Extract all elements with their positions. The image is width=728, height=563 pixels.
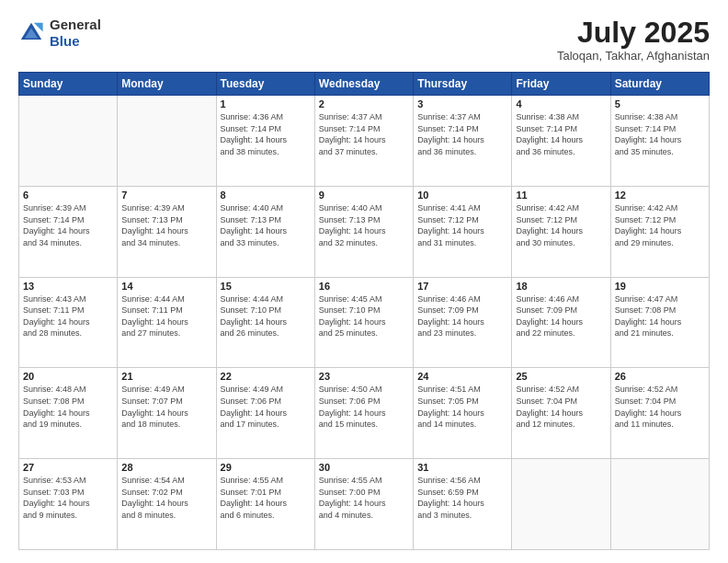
day-number: 29 (221, 462, 311, 473)
day-info: Sunrise: 4:51 AM Sunset: 7:05 PM Dayligh… (417, 384, 507, 430)
month-title: July 2025 (557, 17, 710, 49)
day-number: 11 (516, 190, 606, 201)
day-info: Sunrise: 4:36 AM Sunset: 7:14 PM Dayligh… (221, 111, 311, 157)
calendar-cell: 23Sunrise: 4:50 AM Sunset: 7:06 PM Dayli… (314, 368, 413, 459)
day-info: Sunrise: 4:46 AM Sunset: 7:09 PM Dayligh… (516, 293, 606, 339)
day-number: 21 (121, 371, 211, 382)
day-info: Sunrise: 4:53 AM Sunset: 7:03 PM Dayligh… (23, 475, 113, 521)
calendar-cell: 10Sunrise: 4:41 AM Sunset: 7:12 PM Dayli… (414, 186, 512, 277)
day-number: 26 (615, 371, 705, 382)
day-number: 23 (319, 371, 409, 382)
weekday-header: Saturday (610, 73, 709, 96)
day-number: 25 (516, 371, 606, 382)
day-info: Sunrise: 4:56 AM Sunset: 6:59 PM Dayligh… (417, 475, 507, 521)
day-number: 18 (516, 281, 606, 292)
day-number: 14 (121, 281, 211, 292)
calendar-week-row: 13Sunrise: 4:43 AM Sunset: 7:11 PM Dayli… (19, 277, 710, 368)
day-info: Sunrise: 4:40 AM Sunset: 7:13 PM Dayligh… (221, 202, 311, 248)
calendar-week-row: 6Sunrise: 4:39 AM Sunset: 7:14 PM Daylig… (19, 186, 710, 277)
day-info: Sunrise: 4:49 AM Sunset: 7:07 PM Dayligh… (121, 384, 211, 430)
day-number: 12 (615, 190, 705, 201)
calendar-table: SundayMondayTuesdayWednesdayThursdayFrid… (18, 72, 710, 550)
day-number: 4 (516, 98, 606, 109)
logo-icon (18, 20, 44, 46)
weekday-header: Tuesday (216, 73, 314, 96)
calendar-cell: 9Sunrise: 4:40 AM Sunset: 7:13 PM Daylig… (314, 186, 413, 277)
logo-text: General Blue (50, 17, 101, 50)
day-info: Sunrise: 4:44 AM Sunset: 7:11 PM Dayligh… (121, 293, 211, 339)
calendar-cell: 16Sunrise: 4:45 AM Sunset: 7:10 PM Dayli… (314, 277, 413, 368)
weekday-header-row: SundayMondayTuesdayWednesdayThursdayFrid… (19, 73, 710, 96)
calendar-cell: 31Sunrise: 4:56 AM Sunset: 6:59 PM Dayli… (414, 459, 512, 550)
day-number: 8 (221, 190, 311, 201)
day-number: 17 (417, 281, 507, 292)
calendar-week-row: 1Sunrise: 4:36 AM Sunset: 7:14 PM Daylig… (19, 96, 710, 187)
day-info: Sunrise: 4:41 AM Sunset: 7:12 PM Dayligh… (417, 202, 507, 248)
day-info: Sunrise: 4:39 AM Sunset: 7:13 PM Dayligh… (121, 202, 211, 248)
day-info: Sunrise: 4:45 AM Sunset: 7:10 PM Dayligh… (319, 293, 409, 339)
day-info: Sunrise: 4:40 AM Sunset: 7:13 PM Dayligh… (319, 202, 409, 248)
day-info: Sunrise: 4:46 AM Sunset: 7:09 PM Dayligh… (417, 293, 507, 339)
day-info: Sunrise: 4:38 AM Sunset: 7:14 PM Dayligh… (516, 111, 606, 157)
calendar-cell: 26Sunrise: 4:52 AM Sunset: 7:04 PM Dayli… (610, 368, 709, 459)
day-info: Sunrise: 4:52 AM Sunset: 7:04 PM Dayligh… (516, 384, 606, 430)
day-info: Sunrise: 4:54 AM Sunset: 7:02 PM Dayligh… (121, 475, 211, 521)
calendar-cell: 18Sunrise: 4:46 AM Sunset: 7:09 PM Dayli… (512, 277, 610, 368)
calendar-cell: 11Sunrise: 4:42 AM Sunset: 7:12 PM Dayli… (512, 186, 610, 277)
weekday-header: Friday (512, 73, 610, 96)
day-info: Sunrise: 4:44 AM Sunset: 7:10 PM Dayligh… (221, 293, 311, 339)
calendar-cell: 27Sunrise: 4:53 AM Sunset: 7:03 PM Dayli… (19, 459, 118, 550)
day-info: Sunrise: 4:42 AM Sunset: 7:12 PM Dayligh… (516, 202, 606, 248)
day-info: Sunrise: 4:37 AM Sunset: 7:14 PM Dayligh… (417, 111, 507, 157)
day-number: 3 (417, 98, 507, 109)
logo-blue: Blue (50, 33, 80, 49)
calendar-cell: 14Sunrise: 4:44 AM Sunset: 7:11 PM Dayli… (118, 277, 216, 368)
calendar-cell: 25Sunrise: 4:52 AM Sunset: 7:04 PM Dayli… (512, 368, 610, 459)
calendar-cell: 7Sunrise: 4:39 AM Sunset: 7:13 PM Daylig… (118, 186, 216, 277)
day-number: 28 (121, 462, 211, 473)
day-number: 2 (319, 98, 409, 109)
calendar-cell: 1Sunrise: 4:36 AM Sunset: 7:14 PM Daylig… (216, 96, 314, 187)
calendar-cell: 3Sunrise: 4:37 AM Sunset: 7:14 PM Daylig… (414, 96, 512, 187)
calendar-cell: 5Sunrise: 4:38 AM Sunset: 7:14 PM Daylig… (610, 96, 709, 187)
day-info: Sunrise: 4:55 AM Sunset: 7:00 PM Dayligh… (319, 475, 409, 521)
day-info: Sunrise: 4:42 AM Sunset: 7:12 PM Dayligh… (615, 202, 705, 248)
calendar-cell: 13Sunrise: 4:43 AM Sunset: 7:11 PM Dayli… (19, 277, 118, 368)
weekday-header: Wednesday (314, 73, 413, 96)
calendar-cell: 12Sunrise: 4:42 AM Sunset: 7:12 PM Dayli… (610, 186, 709, 277)
day-info: Sunrise: 4:43 AM Sunset: 7:11 PM Dayligh… (23, 293, 113, 339)
calendar-week-row: 20Sunrise: 4:48 AM Sunset: 7:08 PM Dayli… (19, 368, 710, 459)
calendar-cell: 20Sunrise: 4:48 AM Sunset: 7:08 PM Dayli… (19, 368, 118, 459)
day-info: Sunrise: 4:55 AM Sunset: 7:01 PM Dayligh… (221, 475, 311, 521)
day-number: 5 (615, 98, 705, 109)
day-number: 16 (319, 281, 409, 292)
day-number: 15 (221, 281, 311, 292)
weekday-header: Monday (118, 73, 216, 96)
calendar-cell: 30Sunrise: 4:55 AM Sunset: 7:00 PM Dayli… (314, 459, 413, 550)
day-info: Sunrise: 4:52 AM Sunset: 7:04 PM Dayligh… (615, 384, 705, 430)
calendar-cell: 8Sunrise: 4:40 AM Sunset: 7:13 PM Daylig… (216, 186, 314, 277)
calendar-cell (19, 96, 118, 187)
day-info: Sunrise: 4:47 AM Sunset: 7:08 PM Dayligh… (615, 293, 705, 339)
title-block: July 2025 Taloqan, Takhar, Afghanistan (557, 17, 710, 63)
day-number: 27 (23, 462, 113, 473)
logo-general: General (50, 17, 101, 32)
day-number: 22 (221, 371, 311, 382)
day-number: 10 (417, 190, 507, 201)
day-info: Sunrise: 4:38 AM Sunset: 7:14 PM Dayligh… (615, 111, 705, 157)
day-info: Sunrise: 4:50 AM Sunset: 7:06 PM Dayligh… (319, 384, 409, 430)
calendar-cell (118, 96, 216, 187)
day-number: 6 (23, 190, 113, 201)
calendar-cell: 19Sunrise: 4:47 AM Sunset: 7:08 PM Dayli… (610, 277, 709, 368)
location: Taloqan, Takhar, Afghanistan (557, 49, 710, 63)
calendar-cell: 24Sunrise: 4:51 AM Sunset: 7:05 PM Dayli… (414, 368, 512, 459)
day-number: 7 (121, 190, 211, 201)
day-info: Sunrise: 4:49 AM Sunset: 7:06 PM Dayligh… (221, 384, 311, 430)
calendar-cell: 29Sunrise: 4:55 AM Sunset: 7:01 PM Dayli… (216, 459, 314, 550)
weekday-header: Sunday (19, 73, 118, 96)
logo: General Blue (18, 17, 101, 50)
calendar-cell (512, 459, 610, 550)
calendar-cell: 2Sunrise: 4:37 AM Sunset: 7:14 PM Daylig… (314, 96, 413, 187)
weekday-header: Thursday (414, 73, 512, 96)
day-number: 19 (615, 281, 705, 292)
